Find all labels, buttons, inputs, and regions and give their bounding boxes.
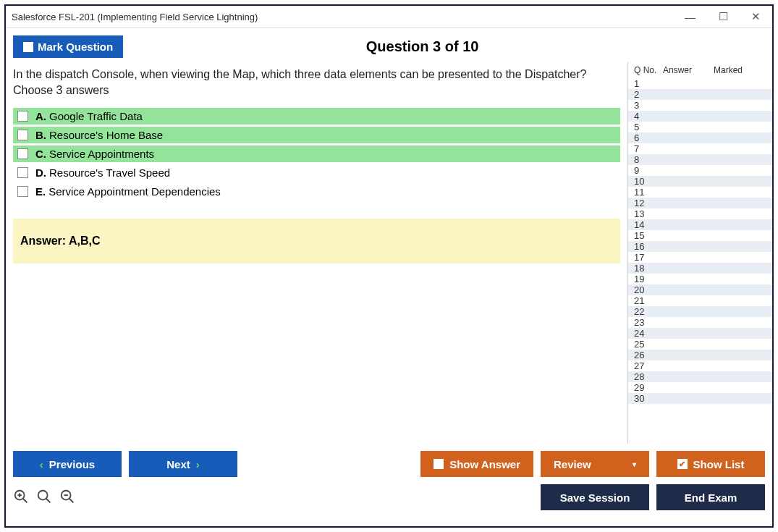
sidebar-row[interactable]: 17 <box>628 252 772 263</box>
sidebar-row[interactable]: 18 <box>628 263 772 274</box>
sidebar-body[interactable]: 1234567891011121314151617181920212223242… <box>628 78 772 444</box>
sidebar-row[interactable]: 26 <box>628 350 772 360</box>
review-label: Review <box>554 458 591 470</box>
option-letter: C. <box>35 148 46 160</box>
sidebar-row[interactable]: 22 <box>628 306 772 317</box>
sidebar-row[interactable]: 20 <box>628 284 772 295</box>
question-text: In the dispatch Console, when viewing th… <box>13 67 620 98</box>
sidebar-row[interactable]: 23 <box>628 317 772 328</box>
option-text: Resource's Home Base <box>49 129 163 141</box>
sidebar-row[interactable]: 25 <box>628 339 772 350</box>
option-text: Service Appointment Dependencies <box>48 185 221 198</box>
sidebar-row[interactable]: 24 <box>628 328 772 339</box>
option-checkbox[interactable] <box>17 148 28 159</box>
option-row[interactable]: E. Service Appointment Dependencies <box>13 183 620 200</box>
sidebar-row[interactable]: 2 <box>628 89 772 100</box>
show-answer-label: Show Answer <box>449 458 520 470</box>
window-controls: — ☐ ✕ <box>679 9 766 25</box>
sidebar-row[interactable]: 14 <box>628 219 772 230</box>
option-text: Resource's Travel Speed <box>49 166 170 179</box>
app-window: Salesforce FSL-201 (Implementing Field S… <box>4 4 774 528</box>
chevron-right-icon: › <box>196 458 200 470</box>
col-marked: Marked <box>714 65 766 75</box>
answer-label: Answer: A,B,C <box>20 235 101 247</box>
next-label: Next <box>166 458 190 470</box>
sidebar-row[interactable]: 6 <box>628 132 772 143</box>
question-list-sidebar: Q No. Answer Marked 12345678910111213141… <box>627 62 772 444</box>
sidebar-row[interactable]: 28 <box>628 371 772 382</box>
option-row[interactable]: B. Resource's Home Base <box>13 127 620 143</box>
end-exam-label: End Exam <box>685 491 737 504</box>
option-checkbox[interactable] <box>17 111 28 122</box>
main-panel: In the dispatch Console, when viewing th… <box>6 62 627 444</box>
save-session-label: Save Session <box>560 491 630 504</box>
zoom-out-icon[interactable] <box>59 489 75 507</box>
sidebar-row[interactable]: 29 <box>628 382 772 393</box>
sidebar-row[interactable]: 15 <box>628 230 772 241</box>
maximize-icon[interactable]: ☐ <box>713 9 734 25</box>
option-row[interactable]: D. Resource's Travel Speed <box>13 164 620 181</box>
end-exam-button[interactable]: End Exam <box>656 484 765 510</box>
sidebar-row[interactable]: 7 <box>628 143 772 154</box>
sidebar-header[interactable]: Q No. Answer Marked <box>628 62 772 78</box>
option-row[interactable]: C. Service Appointments <box>13 145 620 162</box>
topbar: Mark Question Question 3 of 10 <box>6 28 772 62</box>
show-answer-button[interactable]: Show Answer <box>420 451 533 477</box>
mark-checkbox-icon <box>23 42 33 52</box>
option-row[interactable]: A. Google Traffic Data <box>13 108 620 124</box>
option-checkbox[interactable] <box>17 167 28 178</box>
minimize-icon[interactable]: — <box>679 9 701 25</box>
option-letter: B. <box>35 129 46 141</box>
sidebar-row[interactable]: 9 <box>628 165 772 176</box>
previous-button[interactable]: ‹ Previous <box>13 451 122 477</box>
sidebar-row[interactable]: 1 <box>628 78 772 89</box>
answer-box: Answer: A,B,C <box>13 219 620 263</box>
sidebar-row[interactable]: 16 <box>628 241 772 252</box>
sidebar-row[interactable]: 21 <box>628 295 772 306</box>
save-session-button[interactable]: Save Session <box>541 484 649 510</box>
sidebar-row[interactable]: 8 <box>628 154 772 165</box>
show-answer-checkbox-icon <box>434 459 444 469</box>
option-letter: E. <box>35 185 46 198</box>
option-letter: D. <box>35 166 46 179</box>
window-title: Salesforce FSL-201 (Implementing Field S… <box>12 12 258 22</box>
sidebar-row[interactable]: 27 <box>628 360 772 371</box>
sidebar-row[interactable]: 5 <box>628 122 772 132</box>
sidebar-row[interactable]: 30 <box>628 393 772 404</box>
zoom-reset-icon[interactable] <box>13 489 29 507</box>
svg-point-4 <box>38 490 48 499</box>
sidebar-row[interactable]: 12 <box>628 198 772 208</box>
chevron-down-icon: ▾ <box>633 460 636 468</box>
col-qno: Q No. <box>634 65 663 75</box>
option-checkbox[interactable] <box>17 130 28 140</box>
footer: ‹ Previous Next › Show Answer Review ▾ S… <box>6 444 772 526</box>
zoom-controls <box>13 489 75 507</box>
show-list-checkbox-icon <box>677 459 688 469</box>
previous-label: Previous <box>49 458 95 470</box>
next-button[interactable]: Next › <box>129 451 237 477</box>
options-list: A. Google Traffic DataB. Resource's Home… <box>13 108 620 200</box>
col-answer: Answer <box>663 65 714 75</box>
sidebar-row[interactable]: 13 <box>628 208 772 219</box>
close-icon[interactable]: ✕ <box>745 9 766 25</box>
sidebar-row[interactable]: 11 <box>628 187 772 198</box>
sidebar-row[interactable]: 3 <box>628 100 772 111</box>
option-text: Google Traffic Data <box>49 110 143 122</box>
question-counter: Question 3 of 10 <box>80 38 765 55</box>
svg-line-1 <box>23 498 28 502</box>
review-dropdown[interactable]: Review ▾ <box>541 451 649 477</box>
sidebar-row[interactable]: 10 <box>628 176 772 187</box>
option-letter: A. <box>35 110 46 122</box>
footer-row-2: Save Session End Exam <box>13 484 765 510</box>
show-list-label: Show List <box>693 458 745 470</box>
chevron-left-icon: ‹ <box>40 458 43 470</box>
zoom-in-icon[interactable] <box>36 489 52 507</box>
option-checkbox[interactable] <box>17 186 28 197</box>
sidebar-row[interactable]: 19 <box>628 274 772 284</box>
option-text: Service Appointments <box>49 148 154 160</box>
show-list-button[interactable]: Show List <box>656 451 765 477</box>
svg-line-5 <box>46 498 51 502</box>
sidebar-row[interactable]: 4 <box>628 111 772 122</box>
footer-row-1: ‹ Previous Next › Show Answer Review ▾ S… <box>13 451 765 477</box>
content-area: In the dispatch Console, when viewing th… <box>6 62 772 444</box>
